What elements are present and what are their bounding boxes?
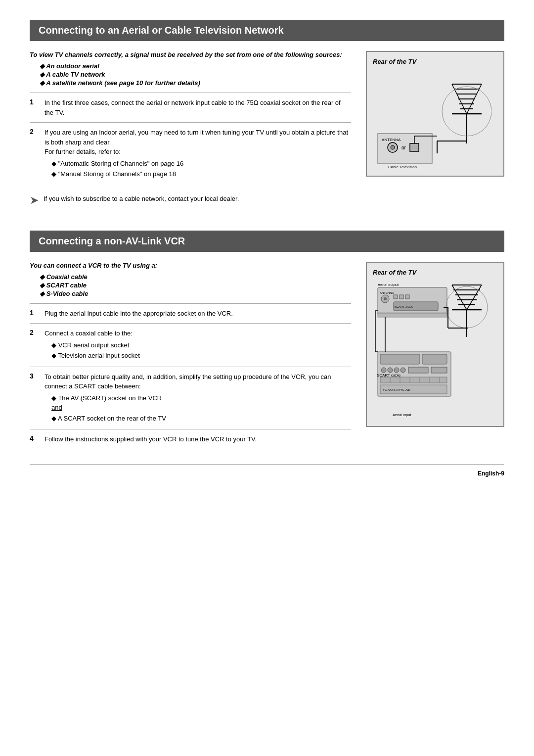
vcr-step3-num: 3	[30, 372, 39, 425]
vcr-step1-num: 1	[30, 309, 39, 319]
svg-rect-48	[408, 367, 428, 373]
vcr-diagram-box: Rear of the TV Aerial output ANTENNA	[366, 262, 504, 427]
section1: Connecting to an Aerial or Cable Televis…	[30, 20, 504, 216]
aerial-input-label: Aerial input	[393, 413, 411, 417]
svg-point-15	[391, 145, 395, 149]
svg-rect-22	[394, 295, 398, 299]
sub-bullet-scart-vcr: The AV (SCART) socket on the VCRand	[51, 393, 351, 413]
bullet-svideo: S-Video cable	[40, 290, 351, 297]
section1-left: To view TV channels correctly, a signal …	[30, 51, 351, 211]
step2-subbullets: "Automatic Storing of Channels" on page …	[44, 159, 351, 179]
antenna-text: ANTENNA	[380, 291, 394, 294]
section1-header: Connecting to an Aerial or Cable Televis…	[30, 20, 504, 41]
section1-bullets: An outdoor aerial A cable TV network A s…	[30, 62, 351, 87]
svg-rect-16	[410, 143, 419, 151]
vcr-step3-text: To obtain better picture quality and, in…	[44, 373, 331, 390]
bullet-scart: SCART cable	[40, 282, 351, 289]
bullet-item: A cable TV network	[40, 71, 351, 78]
aerial-diagram-svg: ANTENNA or Cable Television Network	[373, 69, 491, 168]
svg-point-46	[394, 368, 399, 373]
svg-rect-27	[378, 313, 447, 317]
step2-num: 2	[30, 128, 39, 180]
vcr-step3-subbullets: The AV (SCART) socket on the VCRand A SC…	[44, 393, 351, 424]
vcr-diagram-svg: Aerial output ANTENNA SCART JACK	[373, 280, 491, 419]
bullet-coaxial: Coaxial cable	[40, 273, 351, 281]
section1-title: Connecting to an Aerial or Cable Televis…	[39, 25, 284, 36]
vcr-step4-num: 4	[30, 434, 39, 444]
scart-cable-label: SCART cable	[377, 373, 401, 378]
aerial-diagram-box: Rear of the TV	[366, 51, 504, 177]
section2-bullets: Coaxial cable SCART cable S-Video cable	[30, 273, 351, 297]
section2-right: Rear of the TV Aerial output ANTENNA	[366, 262, 504, 449]
svg-line-35	[452, 285, 467, 310]
vcr-step2-text: Connect a coaxial cable to the:	[44, 330, 133, 337]
svg-rect-49	[431, 367, 447, 373]
vcr-port-labels: YC-A/D S-IN YC-A/D	[383, 388, 411, 391]
svg-line-36	[467, 285, 482, 310]
step2-text: If you are using an indoor aerial, you m…	[44, 129, 348, 155]
antenna-label: ANTENNA	[382, 138, 401, 142]
vcr-step2: 2 Connect a coaxial cable to the: VCR ae…	[30, 323, 351, 367]
page-number: English-9	[478, 470, 504, 477]
section1-content: To view TV channels correctly, a signal …	[30, 51, 504, 211]
vcr-step1-content: Plug the aerial input cable into the app…	[44, 309, 351, 319]
vcr-step2-subbullets: VCR aerial output socket Television aeri…	[44, 340, 351, 361]
section2: Connecting a non-AV-Link VCR You can con…	[30, 231, 504, 454]
or-label: or	[401, 145, 406, 150]
vcr-step2-content: Connect a coaxial cable to the: VCR aeri…	[44, 329, 351, 362]
svg-rect-43	[422, 354, 447, 364]
step2: 2 If you are using an indoor aerial, you…	[30, 122, 351, 185]
page-footer: English-9	[30, 464, 504, 482]
section2-left: You can connect a VCR to the TV using a:…	[30, 262, 351, 449]
sub-bullet-item: Television aerial input socket	[51, 351, 351, 361]
section2-content: You can connect a VCR to the TV using a:…	[30, 262, 504, 449]
and-text: and	[51, 404, 62, 411]
step1: 1 In the first three cases, connect the …	[30, 93, 351, 122]
cable-tv-label1: Cable Television	[388, 165, 417, 168]
bullet-item: A satellite network (see page 10 for fur…	[40, 79, 351, 87]
sub-bullet-item: "Manual Storing of Channels" on page 18	[51, 169, 351, 179]
sub-bullet-item: VCR aerial output socket	[51, 340, 351, 350]
svg-rect-23	[400, 295, 403, 299]
vcr-step1: 1 Plug the aerial input cable into the a…	[30, 303, 351, 324]
svg-point-21	[384, 297, 387, 300]
sub-bullet-scart-tv: A SCART socket on the rear of the TV	[51, 414, 351, 424]
step1-num: 1	[30, 98, 39, 117]
scart-jack-text: SCART JACK	[395, 305, 413, 308]
svg-point-47	[400, 368, 405, 373]
step1-content: In the first three cases, connect the ae…	[44, 98, 351, 117]
aerial-diagram-title: Rear of the TV	[373, 58, 497, 65]
page-wrapper: Connecting to an Aerial or Cable Televis…	[30, 20, 504, 482]
section1-right: Rear of the TV	[366, 51, 504, 211]
aerial-output-label: Aerial output	[378, 283, 399, 287]
vcr-diagram-title: Rear of the TV	[373, 269, 497, 276]
vcr-step4-content: Follow the instructions supplied with yo…	[44, 434, 351, 444]
svg-rect-42	[380, 354, 420, 364]
section2-header: Connecting a non-AV-Link VCR	[30, 231, 504, 252]
vcr-step3: 3 To obtain better picture quality and, …	[30, 367, 351, 429]
bullet-item: An outdoor aerial	[40, 62, 351, 70]
vcr-step2-num: 2	[30, 329, 39, 362]
arrow-icon: ➤	[30, 194, 39, 207]
section1-note: ➤ If you wish to subscribe to a cable ne…	[30, 190, 351, 211]
svg-point-44	[381, 368, 386, 373]
vcr-step3-content: To obtain better picture quality and, in…	[44, 372, 351, 425]
sub-bullet-item: "Automatic Storing of Channels" on page …	[51, 159, 351, 169]
note-text: If you wish to subscribe to a cable netw…	[44, 194, 239, 207]
section2-intro: You can connect a VCR to the TV using a:	[30, 262, 351, 269]
svg-rect-24	[405, 295, 409, 299]
section1-intro: To view TV channels correctly, a signal …	[30, 51, 351, 58]
step2-content: If you are using an indoor aerial, you m…	[44, 128, 351, 180]
section2-title: Connecting a non-AV-Link VCR	[39, 236, 185, 246]
svg-point-45	[388, 368, 393, 373]
vcr-step4: 4 Follow the instructions supplied with …	[30, 429, 351, 449]
